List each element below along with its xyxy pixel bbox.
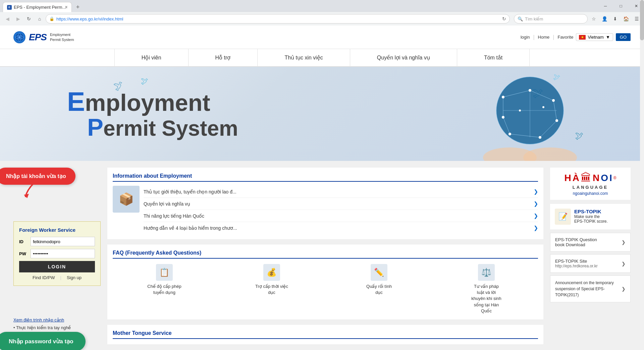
svg-point-23: [502, 116, 504, 119]
info-item-2[interactable]: Quyền lợi và nghĩa vụ ❯: [144, 198, 538, 210]
nav-item-hotro[interactable]: Hỗ trợ: [189, 49, 258, 66]
hero-text-block: E mployment P ermit System: [67, 88, 238, 139]
hero-ermit-system: ermit System: [103, 118, 238, 139]
faq-icon-3: ✏️: [371, 264, 387, 281]
search-placeholder: Tìm kiếm: [525, 16, 543, 21]
tab-bar: E EPS - Employment Permit Syste... ✕ + ─…: [0, 0, 644, 12]
website-content: EPS Employment Permit System login | Hom…: [0, 26, 644, 350]
header-sep2: |: [553, 34, 554, 40]
minimize-button[interactable]: ─: [598, 0, 613, 12]
nhap-canh-link[interactable]: Xem điện trình nhập cảnh: [13, 317, 64, 322]
home-link[interactable]: Home: [538, 35, 550, 40]
arrow-icon-right-2: ❯: [622, 261, 626, 266]
pw-label: PW: [19, 251, 29, 256]
find-id-pw-link[interactable]: Find ID/PW: [33, 275, 55, 280]
info-item-3[interactable]: Thi năng lực tiếng Hàn Quốc ❯: [144, 210, 538, 222]
links-separator: |: [60, 275, 61, 280]
svg-point-3: [18, 36, 20, 38]
refresh-button[interactable]: ↻: [24, 14, 34, 24]
topik-site-link[interactable]: EPS-TOPIK Site http://eps.hrdkorea.or.kr…: [550, 254, 631, 273]
suspension-link[interactable]: Announcement on the temporarysuspension …: [550, 275, 631, 302]
address-text: https://www.eps.go.kr/vi/index.html: [56, 16, 500, 21]
arrow-icon-2: ❯: [534, 201, 538, 207]
tab-title: EPS - Employment Permit Syste...: [14, 5, 67, 10]
svg-point-18: [552, 99, 555, 102]
bird-2: 🕊: [141, 77, 148, 86]
svg-point-17: [529, 89, 531, 92]
login-link[interactable]: login: [521, 35, 530, 40]
back-button[interactable]: ◀: [3, 14, 12, 24]
active-tab[interactable]: E EPS - Employment Permit Syste... ✕: [3, 2, 72, 12]
green-annotation-bubble: Nhập password vừa tạo: [0, 332, 86, 350]
faq-label-4: Tư vấn phápluật và lờikhuyên khi sinhsốn…: [471, 283, 501, 314]
tab-close-icon[interactable]: ✕: [63, 5, 69, 10]
pw-input[interactable]: [31, 249, 95, 258]
mother-tongue-section: Mother Tongue Service: [107, 325, 543, 344]
faq-item-1[interactable]: 📋 Chế độ cấp phéptuyển dụng: [113, 264, 216, 314]
id-input[interactable]: [31, 237, 95, 246]
favorite-link[interactable]: Favorite: [557, 35, 573, 40]
faq-grid: 📋 Chế độ cấp phéptuyển dụng 💰 Trợ cấp th…: [113, 264, 538, 314]
forward-button[interactable]: ▶: [13, 14, 23, 24]
go-button[interactable]: GO: [616, 33, 631, 41]
topik-site-text: EPS-TOPIK Site http://eps.hrdkorea.or.kr: [555, 259, 598, 268]
signup-link[interactable]: Sign up: [67, 275, 82, 280]
header-sep1: |: [533, 34, 534, 40]
svg-marker-26: [24, 194, 29, 198]
maximize-button[interactable]: □: [613, 0, 629, 12]
address-bar[interactable]: 🔒 https://www.eps.go.kr/vi/index.html ↻: [46, 14, 510, 24]
nav-item-thutuc[interactable]: Thủ tục xin việc: [258, 49, 350, 66]
extensions-icon[interactable]: 🏠: [621, 14, 631, 24]
language-selector[interactable]: Vietnam ▼: [576, 33, 613, 41]
info-main-icon: 📦: [113, 186, 140, 213]
info-item-1[interactable]: Thủ tục giới thiệu, tuyển chọn người lao…: [144, 186, 538, 198]
faq-item-3[interactable]: ✏️ Quấy rối tìnhdục: [327, 264, 431, 314]
svg-point-19: [555, 119, 558, 122]
hanoi-logo-card[interactable]: H À 🏛 N O I ® LANGUAGE ngoainguhanoi.com: [550, 168, 631, 200]
nav-item-quyenloi[interactable]: Quyền lợi và nghĩa vụ: [350, 49, 457, 66]
faq-label-2: Trợ cấp thời việcdục: [255, 283, 288, 296]
search-bar[interactable]: 🔍 Tìm kiếm: [514, 14, 588, 24]
nav-item-tomtat[interactable]: Tóm tắt: [457, 49, 530, 66]
lock-icon: 🔒: [49, 16, 54, 21]
topik-sub: Make sure theEPS-TOPIK score.: [574, 214, 608, 224]
scrollbar-thumb[interactable]: [640, 0, 644, 40]
login-button[interactable]: LOGIN: [19, 261, 95, 272]
faq-label-3: Quấy rối tìnhdục: [366, 283, 392, 296]
faq-item-4[interactable]: ⚖️ Tư vấn phápluật và lờikhuyên khi sinh…: [435, 264, 538, 314]
faq-item-2[interactable]: 💰 Trợ cấp thời việcdục: [220, 264, 323, 314]
info-items-list: Thủ tục giới thiệu, tuyển chọn người lao…: [144, 186, 538, 234]
logo-area: EPS Employment Permit System: [13, 31, 74, 43]
header-right: login | Home | Favorite Vietnam ▼ GO: [521, 33, 631, 41]
id-label: ID: [19, 239, 29, 244]
eps-topik-card[interactable]: 📝 EPS-TOPIK Make sure theEPS-TOPIK score…: [550, 204, 631, 229]
red-annotation-bubble: Nhập tài khoản vừa tạo: [0, 168, 75, 185]
middle-panel: Information about Employment 📦 Thủ tục g…: [107, 168, 543, 344]
info-section: Information about Employment 📦 Thủ tục g…: [107, 168, 543, 239]
flag-icon: [579, 35, 586, 40]
nav-item-hoivien[interactable]: Hội viên: [114, 49, 189, 66]
faq-icon-2: 💰: [263, 264, 280, 281]
logo-circle: [13, 31, 25, 43]
home-nav-button[interactable]: ⌂: [35, 14, 44, 24]
arrow-icon-4: ❯: [534, 225, 538, 231]
faq-label-1: Chế độ cấp phéptuyển dụng: [147, 283, 181, 296]
new-tab-button[interactable]: +: [73, 2, 83, 12]
faq-icon-4: ⚖️: [478, 264, 495, 281]
scrollbar[interactable]: [640, 0, 644, 350]
hanoi-language-text: LANGUAGE: [554, 185, 627, 190]
topik-icon: 📝: [555, 209, 571, 225]
refresh-icon[interactable]: ↻: [502, 16, 506, 21]
download-icon[interactable]: ⬇: [610, 14, 620, 24]
login-box: Foreign Worker Service ID PW LOGIN Find …: [13, 221, 101, 286]
svg-point-20: [539, 136, 541, 139]
faq-title: FAQ (Frequently Asked Questions): [113, 250, 538, 259]
account-icon[interactable]: 👤: [600, 14, 609, 24]
search-icon: 🔍: [518, 16, 523, 21]
topik-question-link[interactable]: EPS-TOPIK Question book Download ❯: [550, 233, 631, 252]
topik-question-text: EPS-TOPIK Question book Download: [555, 237, 597, 247]
info-item-4[interactable]: Hướng dẫn về 4 loại bảo hiểm trong chươ.…: [144, 222, 538, 234]
bookmarks-icon[interactable]: ☆: [589, 14, 598, 24]
info-section-title: Information about Employment: [113, 173, 538, 182]
ktra-tay-nghe: • Thực hiện kiểm tra tay nghề: [13, 325, 71, 330]
